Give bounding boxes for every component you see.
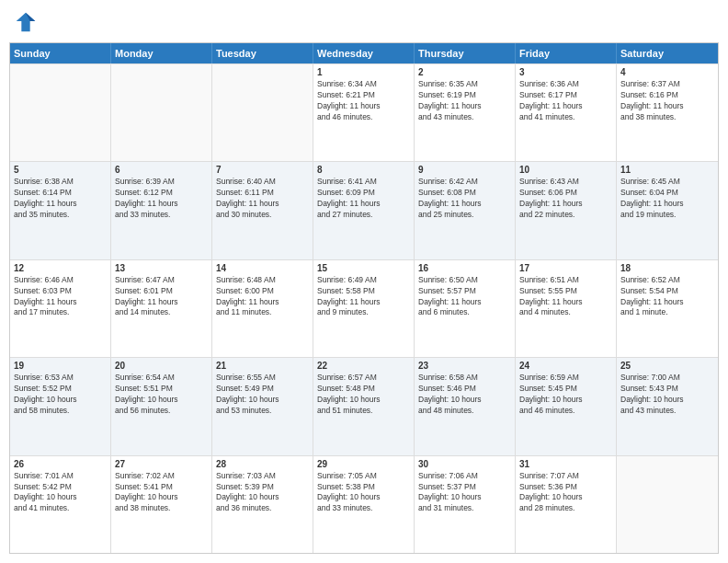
cell-line: Daylight: 10 hours [115,395,208,406]
cal-cell-8: 8Sunrise: 6:41 AMSunset: 6:09 PMDaylight… [313,162,415,259]
header-day-sunday: Sunday [10,43,111,63]
cell-line: Daylight: 10 hours [216,395,309,406]
cell-line: Sunrise: 6:35 AM [418,79,511,90]
cell-line: Daylight: 10 hours [519,492,612,503]
cal-cell-23: 23Sunrise: 6:58 AMSunset: 5:46 PMDayligh… [415,358,516,454]
header-day-tuesday: Tuesday [212,43,313,63]
cell-line: Sunrise: 6:58 AM [418,373,511,384]
cal-cell-6: 6Sunrise: 6:39 AMSunset: 6:12 PMDaylight… [111,162,212,259]
cell-line: Sunrise: 6:47 AM [115,275,208,286]
cell-line: and 46 minutes. [519,406,612,417]
cal-cell-16: 16Sunrise: 6:50 AMSunset: 5:57 PMDayligh… [415,260,516,357]
cell-line: Sunrise: 7:00 AM [620,373,714,384]
cell-line: Daylight: 10 hours [317,492,410,503]
cal-cell-5: 5Sunrise: 6:38 AMSunset: 6:14 PMDaylight… [10,162,111,259]
cal-cell-1: 1Sunrise: 6:34 AMSunset: 6:21 PMDaylight… [313,64,415,161]
cell-line: and 11 minutes. [216,307,309,318]
cal-cell-10: 10Sunrise: 6:43 AMSunset: 6:06 PMDayligh… [516,162,617,259]
cal-cell-25: 25Sunrise: 7:00 AMSunset: 5:43 PMDayligh… [617,358,718,454]
cell-line: and 33 minutes. [115,210,208,221]
cell-line: Daylight: 11 hours [317,297,410,308]
cal-cell-2: 2Sunrise: 6:35 AMSunset: 6:19 PMDaylight… [415,64,516,161]
cell-line: Sunrise: 6:42 AM [418,177,511,188]
calendar-row-1: 5Sunrise: 6:38 AMSunset: 6:14 PMDaylight… [10,161,718,259]
cell-line: Sunset: 5:41 PM [115,482,208,493]
calendar-row-4: 26Sunrise: 7:01 AMSunset: 5:42 PMDayligh… [10,455,718,553]
cal-cell-18: 18Sunrise: 6:52 AMSunset: 5:54 PMDayligh… [617,260,718,357]
day-number: 6 [115,165,208,175]
cal-cell-7: 7Sunrise: 6:40 AMSunset: 6:11 PMDaylight… [212,162,313,259]
cell-line: and 48 minutes. [418,406,511,417]
day-number: 4 [620,67,714,77]
cell-line: Daylight: 11 hours [620,199,714,210]
cell-line: and 33 minutes. [317,503,410,514]
cell-line: Sunset: 6:04 PM [620,188,714,199]
cell-line: Sunset: 5:57 PM [418,286,511,297]
day-number: 27 [115,459,208,469]
cal-cell-12: 12Sunrise: 6:46 AMSunset: 6:03 PMDayligh… [10,260,111,357]
cal-cell-empty-0-1 [111,64,212,161]
cal-cell-24: 24Sunrise: 6:59 AMSunset: 5:45 PMDayligh… [516,358,617,454]
cell-line: Sunset: 6:06 PM [519,188,612,199]
cell-line: Daylight: 10 hours [418,492,511,503]
cell-line: and 19 minutes. [620,210,714,221]
cell-line: Sunrise: 6:50 AM [418,275,511,286]
cal-cell-13: 13Sunrise: 6:47 AMSunset: 6:01 PMDayligh… [111,260,212,357]
day-number: 25 [620,361,714,371]
cell-line: Daylight: 11 hours [216,199,309,210]
cell-line: Daylight: 10 hours [620,395,714,406]
cell-line: Daylight: 11 hours [216,297,309,308]
cell-line: Daylight: 11 hours [519,297,612,308]
day-number: 2 [418,67,511,77]
header-day-friday: Friday [516,43,617,63]
cell-line: Sunset: 5:45 PM [519,384,612,395]
cal-cell-31: 31Sunrise: 7:07 AMSunset: 5:36 PMDayligh… [516,456,617,553]
cell-line: Daylight: 11 hours [620,297,714,308]
cell-line: Daylight: 11 hours [620,101,714,112]
day-number: 23 [418,361,511,371]
cell-line: and 58 minutes. [14,406,107,417]
cell-line: Sunset: 5:39 PM [216,482,309,493]
cal-cell-14: 14Sunrise: 6:48 AMSunset: 6:00 PMDayligh… [212,260,313,357]
day-number: 24 [519,361,612,371]
cell-line: Sunrise: 6:55 AM [216,373,309,384]
cell-line: Daylight: 11 hours [519,199,612,210]
cell-line: Daylight: 10 hours [519,395,612,406]
cal-cell-22: 22Sunrise: 6:57 AMSunset: 5:48 PMDayligh… [313,358,415,454]
cell-line: Sunset: 5:54 PM [620,286,714,297]
day-number: 8 [317,165,410,175]
cell-line: and 43 minutes. [620,406,714,417]
cell-line: Daylight: 11 hours [519,101,612,112]
day-number: 1 [317,67,410,77]
cal-cell-empty-4-6 [617,456,718,553]
cal-cell-15: 15Sunrise: 6:49 AMSunset: 5:58 PMDayligh… [313,260,415,357]
cell-line: and 9 minutes. [317,307,410,318]
cell-line: Sunset: 5:38 PM [317,482,410,493]
cell-line: and 46 minutes. [317,112,410,123]
cell-line: Sunset: 6:09 PM [317,188,410,199]
cell-line: Daylight: 11 hours [14,297,107,308]
day-number: 30 [418,459,511,469]
cal-cell-27: 27Sunrise: 7:02 AMSunset: 5:41 PMDayligh… [111,456,212,553]
cell-line: Sunrise: 7:03 AM [216,471,309,482]
cal-cell-29: 29Sunrise: 7:05 AMSunset: 5:38 PMDayligh… [313,456,415,553]
cell-line: Sunrise: 7:05 AM [317,471,410,482]
cal-cell-empty-0-2 [212,64,313,161]
day-number: 26 [14,459,107,469]
cell-line: Sunset: 6:08 PM [418,188,511,199]
day-number: 14 [216,263,309,273]
cell-line: Sunrise: 6:41 AM [317,177,410,188]
day-number: 5 [14,165,107,175]
cal-cell-20: 20Sunrise: 6:54 AMSunset: 5:51 PMDayligh… [111,358,212,454]
cell-line: Daylight: 10 hours [14,395,107,406]
cell-line: Sunset: 5:49 PM [216,384,309,395]
cell-line: Sunset: 5:58 PM [317,286,410,297]
cell-line: Sunrise: 6:46 AM [14,275,107,286]
logo [13,9,42,35]
cell-line: Daylight: 11 hours [418,101,511,112]
day-number: 28 [216,459,309,469]
cell-line: Sunset: 5:48 PM [317,384,410,395]
day-number: 17 [519,263,612,273]
cell-line: Sunset: 5:52 PM [14,384,107,395]
cell-line: and 51 minutes. [317,406,410,417]
